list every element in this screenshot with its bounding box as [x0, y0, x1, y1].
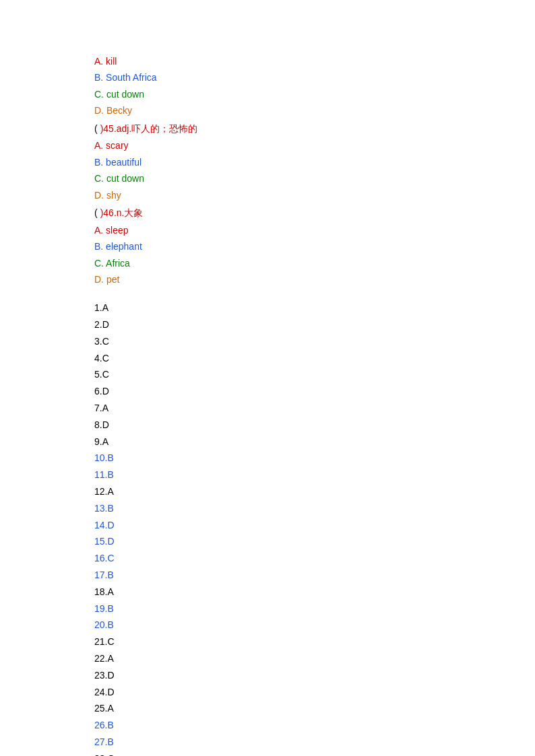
q44-option-c: C. cut down [94, 87, 522, 102]
q46-option-a: A. sleep [94, 223, 522, 238]
answer-number: 24.D [94, 687, 115, 697]
answer-number: 25.A [94, 703, 114, 714]
q44-option-d: D. Becky [94, 103, 522, 118]
answer-line: 16.C [94, 551, 522, 567]
answer-number: 9.A [94, 436, 108, 447]
answer-number: 26.B [94, 720, 114, 730]
answer-number: 23.D [94, 670, 115, 681]
answer-line: 10.B [94, 450, 522, 467]
answer-line: 24.D [94, 685, 522, 701]
answer-line: 27.B [94, 734, 522, 751]
answer-line: 13.B [94, 501, 522, 517]
answer-line: 8.D [94, 417, 522, 434]
q46-question-line: ( )46.n.大象 [94, 205, 522, 221]
answer-number: 2.D [94, 319, 109, 330]
answer-line: 11.B [94, 467, 522, 483]
answer-number: 22.A [94, 653, 114, 664]
q45-option-c: C. cut down [94, 171, 522, 186]
answer-line: 25.A [94, 701, 522, 717]
answer-line: 21.C [94, 634, 522, 650]
q46-option-c: C. Africa [94, 256, 522, 271]
answer-number: 6.D [94, 386, 109, 397]
answer-number: 13.B [94, 503, 114, 514]
answer-number: 17.B [94, 570, 114, 580]
q44-options: A. kill B. South Africa C. cut down D. B… [94, 54, 522, 118]
answer-number: 28.C [94, 753, 115, 756]
answer-number: 21.C [94, 636, 115, 647]
q44-option-b: B. South Africa [94, 70, 522, 85]
answer-number: 11.B [94, 469, 114, 480]
answer-number: 3.C [94, 336, 109, 347]
q45-block: ( )45.adj.吓人的；恐怖的 A. scary B. beautiful … [94, 121, 522, 203]
answer-line: 23.D [94, 668, 522, 684]
answer-line: 4.C [94, 351, 522, 367]
answer-line: 28.C [94, 751, 522, 756]
answer-line: 17.B [94, 568, 522, 584]
answer-line: 6.D [94, 384, 522, 400]
answer-line: 2.D [94, 317, 522, 333]
answer-line: 20.B [94, 617, 522, 633]
q46-option-b: B. elephant [94, 239, 522, 254]
q45-question-line: ( )45.adj.吓人的；恐怖的 [94, 121, 522, 137]
answer-number: 16.C [94, 553, 115, 563]
answer-number: 12.A [94, 486, 114, 497]
q45-option-b: B. beautiful [94, 155, 522, 170]
q46-block: ( )46.n.大象 A. sleep B. elephant C. Afric… [94, 205, 522, 287]
answer-number: 10.B [94, 452, 114, 463]
q45-option-a: A. scary [94, 138, 522, 153]
q45-option-d: D. shy [94, 188, 522, 203]
q44-option-a: A. kill [94, 54, 522, 69]
answer-number: 14.D [94, 520, 115, 530]
main-content: A. kill B. South Africa C. cut down D. B… [13, 13, 522, 756]
answer-number: 18.A [94, 586, 114, 597]
answer-number: 7.A [94, 403, 108, 413]
answer-line: 9.A [94, 434, 522, 450]
answer-number: 15.D [94, 536, 115, 547]
answer-line: 5.C [94, 367, 522, 383]
answer-number: 4.C [94, 353, 109, 364]
answer-line: 26.B [94, 718, 522, 734]
answer-number: 27.B [94, 736, 114, 747]
answer-number: 1.A [94, 302, 108, 313]
answer-number: 19.B [94, 603, 114, 614]
answer-line: 1.A [94, 300, 522, 316]
answer-number: 20.B [94, 619, 114, 630]
answer-line: 14.D [94, 518, 522, 534]
answer-line: 22.A [94, 651, 522, 667]
answer-line: 12.A [94, 484, 522, 500]
answer-line: 15.D [94, 534, 522, 550]
answer-line: 19.B [94, 601, 522, 617]
q46-option-d: D. pet [94, 272, 522, 287]
answer-line: 18.A [94, 584, 522, 600]
answer-number: 8.D [94, 419, 109, 430]
answer-line: 7.A [94, 401, 522, 417]
answer-line: 3.C [94, 334, 522, 350]
answer-number: 5.C [94, 369, 109, 380]
answers-section: 1.A2.D3.C4.C5.C6.D7.A8.D9.A10.B11.B12.A1… [94, 300, 522, 756]
